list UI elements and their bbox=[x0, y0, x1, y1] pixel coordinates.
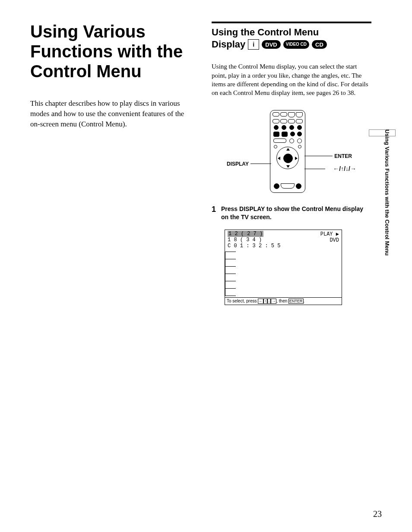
label-enter: ENTER bbox=[334, 153, 352, 159]
cd-badge: CD bbox=[312, 40, 327, 49]
label-display: DISPLAY bbox=[227, 161, 249, 167]
osd-dvd: DVD bbox=[320, 237, 339, 243]
section-title: Using the Control Menu bbox=[212, 27, 371, 38]
chapter-title: Using Various Functions with the Control… bbox=[30, 22, 194, 81]
side-tab: Using Various Functions with the Control… bbox=[384, 129, 390, 256]
osd-menu-rows bbox=[225, 252, 342, 296]
section-rule bbox=[212, 22, 371, 23]
step-1: 1 Press DISPLAY to show the Control Menu… bbox=[212, 205, 371, 220]
chapter-intro: This chapter describes how to play discs… bbox=[30, 98, 194, 129]
osd-play: PLAY ▶ bbox=[320, 231, 339, 237]
osd-line2: 1 8 ( 3 4 ) bbox=[228, 237, 280, 243]
osd-hint: To select, press ←↑↓→, then ENTER. bbox=[225, 297, 342, 305]
osd-screenshot: 1 2 ( 2 7 ) 1 8 ( 3 4 ) C 0 1 : 3 2 : 5 … bbox=[225, 230, 342, 305]
remote-icon-badge: i bbox=[248, 39, 259, 50]
osd-hdr: 1 2 ( 2 7 ) bbox=[228, 231, 263, 237]
page-number: 23 bbox=[373, 509, 382, 519]
step-1-number: 1 bbox=[212, 205, 216, 220]
dvd-badge: DVD bbox=[262, 40, 280, 49]
label-arrows: ←/↑/↓/→ bbox=[333, 165, 356, 172]
remote-figure: DISPLAY ENTER ←/↑/↓/→ bbox=[227, 110, 356, 196]
video-cd-badge: VIDEO CD bbox=[283, 40, 309, 49]
section-subtitle-row: Display i DVD VIDEO CD CD bbox=[212, 39, 371, 50]
side-tab-box bbox=[369, 129, 396, 136]
section-sub-label: Display bbox=[212, 39, 245, 50]
section-body: Using the Control Menu display, you can … bbox=[212, 62, 371, 97]
dpad-icon bbox=[276, 147, 299, 169]
step-1-text: Press DISPLAY to show the Control Menu d… bbox=[221, 205, 371, 220]
osd-line3: C 0 1 : 3 2 : 5 5 bbox=[228, 243, 280, 249]
